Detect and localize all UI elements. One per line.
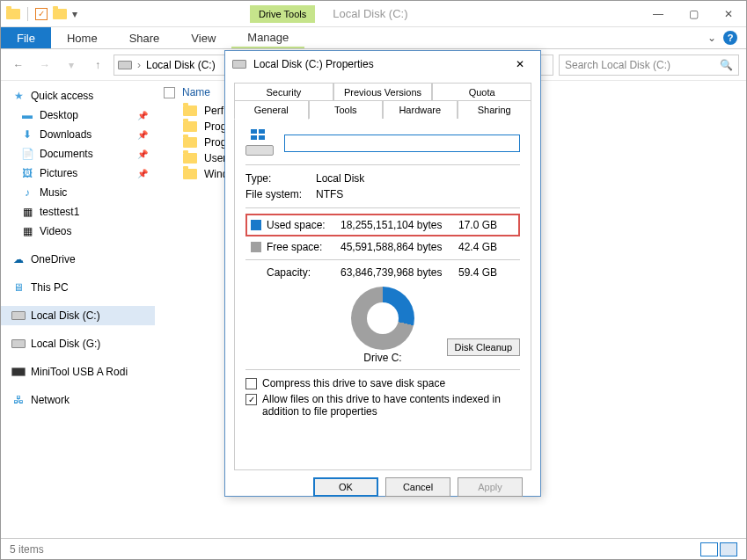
minimize-button[interactable]: — [641, 1, 676, 27]
pin-icon: 📌 [137, 111, 148, 120]
ribbon: File Home Share View Manage ⌄ ? [1, 27, 746, 49]
details-view-button[interactable] [700, 542, 718, 556]
folder-icon: ▦ [20, 205, 34, 219]
folder-icon [183, 121, 197, 132]
folder-icon [6, 9, 20, 19]
compress-checkbox[interactable] [245, 378, 257, 389]
used-bytes: 18,255,151,104 bytes [341, 219, 453, 231]
desktop-icon: ▬ [20, 108, 34, 122]
address-text[interactable]: Local Disk (C:) [146, 59, 216, 71]
capacity-gb: 59.4 GB [458, 266, 502, 279]
ribbon-collapse-icon[interactable]: ⌄ [707, 32, 716, 44]
filesystem-value: NTFS [316, 188, 520, 200]
tab-hardware[interactable]: Hardware [383, 100, 458, 120]
apply-button[interactable]: Apply [458, 477, 523, 497]
select-all-checkbox[interactable] [164, 87, 175, 98]
drive-name-input[interactable] [284, 135, 520, 152]
used-space-highlight: Used space:18,255,151,104 bytes17.0 GB [245, 214, 520, 236]
view-tab[interactable]: View [175, 27, 231, 48]
qat-separator [27, 7, 28, 21]
home-tab[interactable]: Home [51, 27, 114, 48]
recent-dropdown[interactable]: ▾ [61, 55, 82, 76]
ok-button[interactable]: OK [313, 477, 378, 497]
maximize-button[interactable]: ▢ [676, 1, 711, 27]
sidebar-this-pc[interactable]: 🖥This PC [1, 278, 155, 297]
disk-usage-chart [351, 287, 414, 350]
file-tab[interactable]: File [1, 27, 51, 48]
share-tab[interactable]: Share [114, 27, 176, 48]
search-placeholder: Search Local Disk (C:) [565, 59, 670, 71]
type-label: Type: [245, 172, 316, 185]
tab-tools[interactable]: Tools [309, 100, 384, 120]
large-drive-icon [245, 129, 274, 157]
dialog-close-button[interactable]: ✕ [507, 55, 533, 73]
item-count: 5 items [10, 543, 44, 556]
disk-cleanup-button[interactable]: Disk Cleanup [447, 338, 520, 356]
type-value: Local Disk [316, 172, 520, 185]
search-icon[interactable]: 🔍 [720, 59, 733, 71]
tab-general[interactable]: General [234, 100, 309, 120]
title-bar: ✓ ▾ Drive Tools Local Disk (C:) — ▢ ✕ [1, 1, 746, 27]
forward-button[interactable]: → [34, 55, 55, 76]
navigation-pane: ★Quick access ▬Desktop📌 ⬇Downloads📌 📄Doc… [1, 81, 155, 538]
drive-icon [11, 309, 26, 323]
free-gb: 42.4 GB [458, 241, 502, 253]
drive-icon [118, 61, 132, 69]
sidebar-local-disk-g[interactable]: Local Disk (G:) [1, 334, 155, 353]
sidebar-testtest1[interactable]: ▦testtest1 [1, 202, 155, 222]
videos-icon: ▦ [20, 224, 34, 238]
column-name[interactable]: Name [182, 86, 210, 98]
dialog-title-bar[interactable]: Local Disk (C:) Properties ✕ [225, 51, 540, 77]
dialog-title: Local Disk (C:) Properties [253, 58, 374, 70]
properties-dialog: Local Disk (C:) Properties ✕ Security Pr… [224, 50, 541, 497]
tab-security[interactable]: Security [234, 83, 333, 101]
folder-icon [183, 153, 197, 164]
folder-icon [183, 137, 197, 148]
search-box[interactable]: Search Local Disk (C:) 🔍 [559, 55, 739, 76]
onedrive-icon: ☁ [11, 252, 26, 266]
sidebar-onedrive[interactable]: ☁OneDrive [1, 250, 155, 269]
index-checkbox[interactable]: ✓ [245, 394, 257, 405]
sidebar-desktop[interactable]: ▬Desktop📌 [1, 105, 155, 125]
qat-dropdown-icon[interactable]: ▾ [72, 8, 77, 20]
folder-icon [183, 169, 197, 179]
pin-icon: 📌 [137, 149, 148, 159]
sidebar-local-disk-c[interactable]: Local Disk (C:) [1, 306, 155, 325]
music-icon: ♪ [20, 185, 34, 200]
sidebar-minitool[interactable]: MiniTool USB A Rodi [1, 362, 155, 382]
window-title: Local Disk (C:) [333, 7, 407, 20]
sidebar-quick-access[interactable]: ★Quick access [1, 86, 155, 105]
downloads-icon: ⬇ [20, 127, 34, 142]
back-button[interactable]: ← [8, 55, 29, 76]
breadcrumb-chevron[interactable]: › [137, 59, 141, 71]
star-icon: ★ [11, 89, 26, 103]
sidebar-videos[interactable]: ▦Videos [1, 222, 155, 241]
manage-tab[interactable]: Manage [231, 27, 304, 48]
up-button[interactable]: ↑ [87, 55, 108, 76]
sidebar-downloads[interactable]: ⬇Downloads📌 [1, 125, 155, 144]
close-button[interactable]: ✕ [711, 1, 746, 27]
help-icon[interactable]: ? [723, 31, 737, 45]
icons-view-button[interactable] [720, 542, 737, 556]
free-bytes: 45,591,588,864 bytes [341, 241, 453, 253]
drive-icon [232, 60, 246, 69]
used-gb: 17.0 GB [458, 219, 502, 231]
qat-new-folder-icon[interactable] [53, 9, 67, 19]
tab-quota[interactable]: Quota [432, 83, 531, 101]
qat-properties-icon[interactable]: ✓ [35, 8, 48, 20]
sidebar-music[interactable]: ♪Music [1, 183, 155, 202]
sidebar-network[interactable]: 🖧Network [1, 390, 155, 410]
sidebar-pictures[interactable]: 🖼Pictures📌 [1, 164, 155, 183]
drive-tools-context-tab[interactable]: Drive Tools [250, 5, 315, 23]
documents-icon: 📄 [20, 147, 34, 161]
folder-icon [183, 105, 197, 116]
filesystem-label: File system: [245, 188, 316, 200]
sidebar-documents[interactable]: 📄Documents📌 [1, 144, 155, 164]
used-swatch [251, 220, 261, 230]
capacity-bytes: 63,846,739,968 bytes [341, 266, 453, 279]
drive-icon [11, 337, 26, 351]
tab-sharing[interactable]: Sharing [458, 100, 532, 120]
cancel-button[interactable]: Cancel [385, 477, 450, 497]
free-swatch [251, 242, 261, 252]
tab-previous-versions[interactable]: Previous Versions [333, 83, 433, 101]
